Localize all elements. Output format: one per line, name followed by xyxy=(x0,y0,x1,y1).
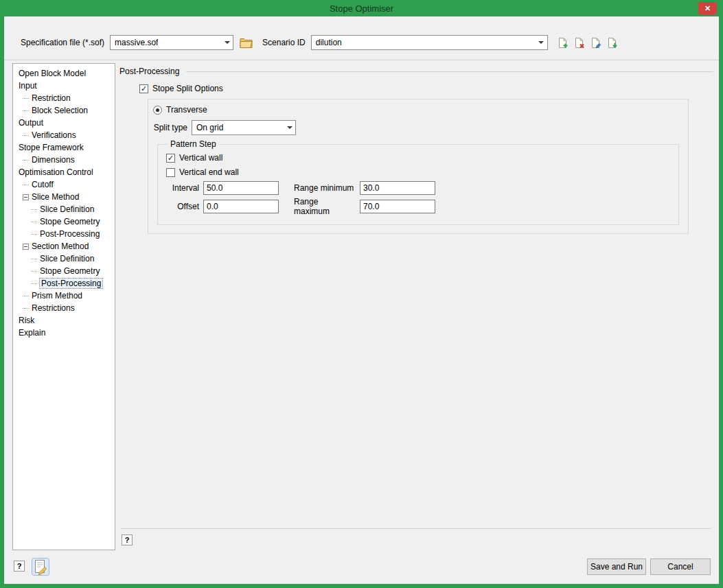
sidebar-item-label: Dimensions xyxy=(32,155,75,165)
range-maximum-label: Range maximum xyxy=(294,197,356,216)
stope-split-options-label: Stope Split Options xyxy=(152,84,223,93)
sidebar-item-stope-framework[interactable]: Stope Framework xyxy=(13,141,115,154)
scenario-id-combobox[interactable]: dilution xyxy=(311,35,548,50)
tree-connector xyxy=(23,110,29,111)
transverse-group: Transverse Split type On grid Pattern St… xyxy=(148,99,689,234)
sidebar-item-block-selection[interactable]: Block Selection xyxy=(13,104,115,117)
split-type-combobox[interactable]: On grid xyxy=(192,120,296,135)
offset-label: Offset xyxy=(166,202,199,211)
sidebar-item-dimensions[interactable]: Dimensions xyxy=(13,154,115,166)
sidebar-item-label: Optimisation Control xyxy=(19,167,93,177)
sidebar-item-label: Slice Definition xyxy=(40,204,94,214)
sidebar-item-verifications[interactable]: Verifications xyxy=(13,129,115,141)
tree-connector xyxy=(23,135,29,136)
stope-optimiser-dialog: Stope Optimiser ✕ Specification file (*.… xyxy=(0,0,723,588)
notes-icon[interactable] xyxy=(32,558,49,576)
interval-label: Interval xyxy=(166,183,199,193)
window-title: Stope Optimiser xyxy=(330,3,393,14)
scenario-add-icon[interactable] xyxy=(557,37,569,49)
chevron-down-icon[interactable] xyxy=(536,36,547,49)
titlebar[interactable]: Stope Optimiser xyxy=(0,0,723,16)
cancel-button[interactable]: Cancel xyxy=(650,558,711,575)
sidebar-item-slice-method[interactable]: Slice Method xyxy=(13,191,115,203)
range-minimum-label: Range minimum xyxy=(294,183,356,193)
sidebar-item-label: Cutoff xyxy=(32,180,54,189)
stope-split-options-checkbox[interactable]: ✓ xyxy=(139,84,148,93)
sidebar-item-label: Slice Definition xyxy=(40,254,94,263)
tree-connector xyxy=(23,308,29,309)
chevron-down-icon[interactable] xyxy=(221,36,233,49)
pattern-step-group: Pattern Step ✓ Vertical wall Vertical en… xyxy=(157,139,679,225)
sidebar-item-label: Stope Geometry xyxy=(40,217,100,226)
sidebar-item-explain[interactable]: Explain xyxy=(13,327,115,339)
sidebar-item-optimisation-control[interactable]: Optimisation Control xyxy=(13,166,115,178)
tree-connector xyxy=(23,296,29,296)
chevron-down-icon[interactable] xyxy=(284,121,295,134)
content-bottom-rule xyxy=(120,528,711,529)
collapse-icon[interactable] xyxy=(23,194,29,200)
close-button[interactable]: ✕ xyxy=(698,2,717,14)
sidebar-item-prism-method[interactable]: Prism Method xyxy=(13,290,115,302)
scenario-edit-icon[interactable] xyxy=(590,37,601,49)
tree-connector xyxy=(31,259,37,259)
sidebar-item-label: Open Block Model xyxy=(19,69,86,78)
spec-file-value: massive.sof xyxy=(115,38,158,47)
scenario-id-value: dilution xyxy=(316,38,342,47)
tree-connector xyxy=(23,185,29,185)
sidebar-item-output[interactable]: Output xyxy=(13,117,115,129)
sidebar-item-section-method[interactable]: Section Method xyxy=(13,240,115,252)
context-help-icon[interactable]: ? xyxy=(122,534,133,545)
range-maximum-input[interactable] xyxy=(360,200,435,213)
vertical-wall-row: ✓ Vertical wall xyxy=(166,151,678,165)
sidebar-item-slice-definition[interactable]: Slice Definition xyxy=(13,203,115,215)
topbar: Specification file (*.sof) massive.sof S… xyxy=(4,25,719,60)
tree-connector xyxy=(23,160,29,161)
offset-row: Offset Range maximum xyxy=(166,197,678,216)
split-type-row: Split type On grid xyxy=(153,120,688,135)
sidebar-item-open-block-model[interactable]: Open Block Model xyxy=(13,67,115,80)
scenario-id-label: Scenario ID xyxy=(262,38,306,47)
interval-row: Interval Range minimum xyxy=(166,181,678,195)
sidebar-item-label: Output xyxy=(19,118,43,128)
sidebar-item-restrictions[interactable]: Restrictions xyxy=(13,302,115,314)
sidebar-item-label: Verifications xyxy=(32,130,76,140)
tree-connector xyxy=(31,222,37,222)
sidebar-item-stope-geometry-section[interactable]: Stope Geometry xyxy=(13,265,115,277)
tree-connector xyxy=(31,209,37,210)
scenario-save-icon[interactable] xyxy=(606,37,618,49)
sidebar-item-post-processing-section[interactable]: Post-Processing xyxy=(13,277,115,290)
sidebar-item-post-processing-slice[interactable]: Post-Processing xyxy=(13,228,115,240)
interval-input[interactable] xyxy=(203,181,279,195)
sidebar-item-label: Post-Processing xyxy=(40,229,100,239)
vertical-end-wall-label: Vertical end wall xyxy=(179,167,239,177)
sidebar-item-label: Stope Framework xyxy=(19,143,84,152)
sidebar-item-stope-geometry[interactable]: Stope Geometry xyxy=(13,215,115,228)
sidebar-item-label: Explain xyxy=(19,328,45,338)
open-folder-icon[interactable] xyxy=(240,37,253,48)
tree-connector xyxy=(31,234,37,235)
sidebar-item-input[interactable]: Input xyxy=(13,80,115,92)
sidebar-item-restriction[interactable]: Restriction xyxy=(13,92,115,104)
vertical-wall-checkbox[interactable]: ✓ xyxy=(166,154,175,163)
spec-file-combobox[interactable]: massive.sof xyxy=(110,35,233,50)
transverse-row: Transverse xyxy=(153,104,688,115)
content-header: Post-Processing xyxy=(119,66,715,77)
scenario-delete-icon[interactable] xyxy=(573,37,585,49)
sidebar-item-label: Prism Method xyxy=(32,291,82,301)
dialog-help-icon[interactable]: ? xyxy=(14,561,25,572)
sidebar-item-risk[interactable]: Risk xyxy=(13,314,115,327)
sidebar-item-label: Restrictions xyxy=(32,303,75,313)
sidebar-item-cutoff[interactable]: Cutoff xyxy=(13,178,115,191)
sidebar-item-slice-definition-section[interactable]: Slice Definition xyxy=(13,252,115,265)
vertical-end-wall-checkbox[interactable] xyxy=(166,168,175,177)
sidebar-item-label: Block Selection xyxy=(32,106,88,115)
dialog-body: Specification file (*.sof) massive.sof S… xyxy=(4,16,719,584)
sidebar-item-label: Section Method xyxy=(32,242,89,251)
transverse-label: Transverse xyxy=(166,105,207,115)
collapse-icon[interactable] xyxy=(23,244,29,250)
range-minimum-input[interactable] xyxy=(360,181,435,195)
page-title: Post-Processing xyxy=(119,67,179,76)
transverse-radio[interactable] xyxy=(153,106,162,115)
offset-input[interactable] xyxy=(203,200,279,213)
save-and-run-button[interactable]: Save and Run xyxy=(587,558,646,575)
